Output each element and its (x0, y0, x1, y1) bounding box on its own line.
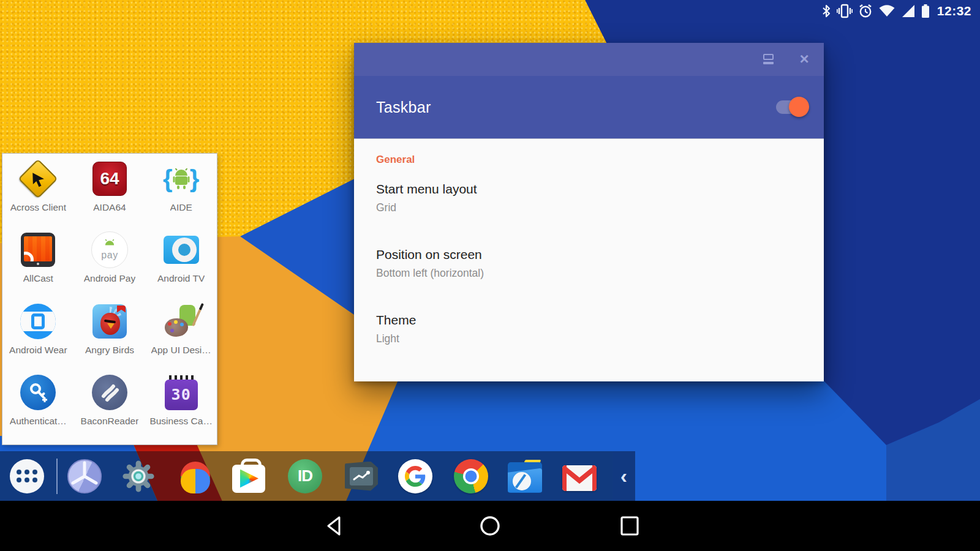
taskbar-app-google[interactable] (398, 459, 432, 493)
toggle-thumb (789, 97, 809, 117)
brace-right: } (190, 167, 200, 191)
bluetooth-icon (821, 4, 831, 18)
app-label: Android Wear (9, 345, 67, 356)
brace-left: { (163, 167, 173, 191)
pref-title: Start menu layout (376, 182, 477, 197)
gmail-icon (562, 465, 597, 491)
window-caption-bar[interactable]: × (354, 43, 824, 76)
taskbar-app-gmail[interactable] (562, 459, 597, 493)
app-allcast[interactable]: AllCast (2, 231, 74, 301)
taskbar-app-clock[interactable] (67, 459, 102, 493)
pref-value: Light (376, 332, 416, 345)
taskbar-app-google-trends[interactable] (344, 459, 379, 493)
back-button[interactable] (323, 515, 345, 537)
clock-time: 12:32 (937, 4, 971, 18)
pushbullet-icon: ID (288, 459, 322, 493)
window-toolbar: Taskbar (354, 76, 824, 138)
across-client-icon (18, 159, 58, 198)
pref-value: Bottom left (horizontal) (376, 267, 484, 280)
start-menu-app-grid: Across Client 64 AIDA64 { } AIDE AllCast (2, 153, 217, 445)
app-baconreader[interactable]: BaconReader (74, 373, 146, 443)
app-label: AIDA64 (93, 202, 126, 213)
taskbar-service-toggle[interactable] (776, 100, 807, 114)
calendar-date: 30 (172, 386, 191, 403)
pref-title: Position on screen (376, 247, 484, 262)
app-label: Authenticat… (10, 416, 67, 427)
google-trends-icon (345, 462, 378, 491)
pref-theme[interactable]: Theme Light (376, 313, 416, 345)
google-g-icon (398, 459, 432, 493)
business-calendar-icon: 30 (165, 380, 198, 410)
aida64-icon: 64 (92, 162, 127, 196)
close-icon[interactable]: × (798, 53, 810, 66)
taskbar-app-photos[interactable] (178, 459, 213, 493)
gear-icon (121, 459, 156, 494)
taskbar-app-chrome[interactable] (454, 459, 488, 493)
settings-list: General Start menu layout Grid Position … (354, 138, 824, 381)
solid-explorer-icon (508, 462, 542, 493)
chrome-icon (454, 459, 488, 493)
app-ui-designer-icon (162, 302, 200, 340)
taskbar-app-solid-explorer[interactable] (508, 459, 542, 493)
angry-birds-icon (92, 304, 127, 339)
app-label: Across Client (10, 202, 66, 213)
clock-icon (67, 459, 102, 493)
pref-start-menu-layout[interactable]: Start menu layout Grid (376, 182, 477, 214)
status-bar: 12:32 (821, 0, 971, 22)
alarm-icon (858, 4, 873, 18)
app-label: Android TV (157, 273, 205, 284)
home-button[interactable] (479, 515, 501, 537)
chevron-left-icon: ‹ (620, 464, 627, 488)
taskbar-app-settings[interactable] (121, 459, 156, 493)
app-android-wear[interactable]: Android Wear (2, 302, 74, 372)
taskbar-app-play-store[interactable] (232, 459, 266, 493)
wifi-icon (878, 4, 895, 18)
app-label: AIDE (170, 202, 192, 213)
pref-position-on-screen[interactable]: Position on screen Bottom left (horizont… (376, 247, 484, 280)
android-pay-icon: pay (91, 231, 128, 268)
app-label: Business Ca… (149, 416, 213, 427)
android-wear-icon (20, 304, 56, 339)
app-angry-birds[interactable]: Angry Birds (74, 302, 146, 372)
app-aida64[interactable]: 64 AIDA64 (74, 160, 146, 230)
app-label: App UI Desi… (151, 345, 211, 356)
aide-icon: { } (163, 167, 199, 191)
app-app-ui-designer[interactable]: App UI Desi… (145, 302, 217, 372)
app-grid-icon (10, 459, 44, 493)
app-business-calendar[interactable]: 30 Business Ca… (145, 373, 217, 443)
pref-value: Grid (376, 201, 477, 214)
android-robot (173, 168, 190, 189)
app-authenticator[interactable]: Authenticat… (2, 373, 74, 443)
app-label: Angry Birds (85, 345, 134, 356)
restore-window-icon[interactable] (763, 53, 775, 66)
app-aide[interactable]: { } AIDE (145, 160, 217, 230)
pref-title: Theme (376, 313, 416, 328)
pay-word: pay (101, 250, 118, 261)
app-label: Android Pay (84, 273, 135, 284)
taskbar-collapse-button[interactable]: ‹ (612, 451, 635, 501)
app-label: AllCast (23, 273, 53, 284)
taskbar: ID (0, 451, 612, 501)
android-tv-icon (164, 236, 199, 264)
navigation-bar (0, 501, 980, 551)
authenticator-icon (20, 375, 56, 410)
baconreader-icon (92, 375, 127, 410)
app-across-client[interactable]: Across Client (2, 160, 74, 230)
section-header-general: General (376, 154, 415, 166)
vibrate-icon (837, 4, 853, 18)
start-button[interactable] (10, 459, 44, 493)
play-store-icon (232, 465, 265, 493)
google-photos-icon (178, 459, 213, 493)
battery-icon (921, 4, 930, 18)
app-android-tv[interactable]: Android TV (145, 231, 217, 301)
allcast-icon (21, 233, 55, 267)
taskbar-divider (56, 459, 58, 494)
page-title: Taskbar (376, 99, 431, 116)
recents-button[interactable] (619, 515, 641, 537)
taskbar-app-pushbullet[interactable]: ID (288, 459, 322, 493)
app-label: BaconReader (81, 416, 139, 427)
app-android-pay[interactable]: pay Android Pay (74, 231, 146, 301)
taskbar-settings-window: × Taskbar General Start menu layout Grid… (354, 43, 824, 381)
signal-icon (901, 4, 916, 18)
